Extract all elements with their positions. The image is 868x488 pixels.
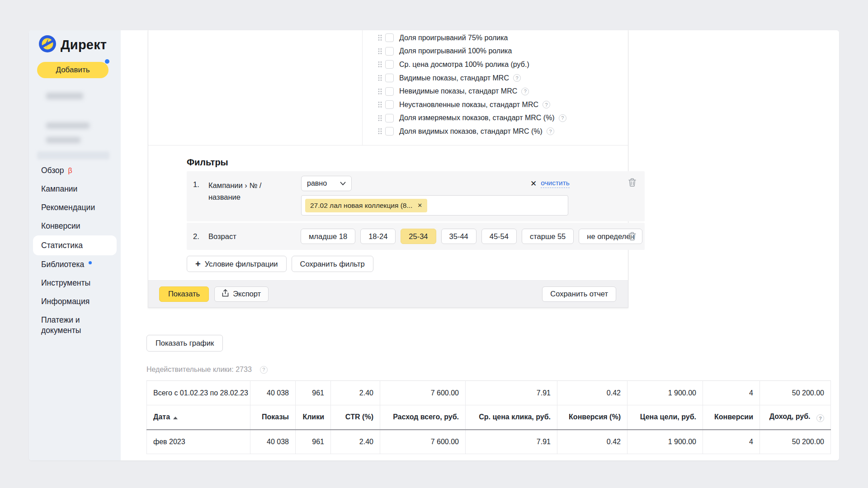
filters-title: Фильтры (187, 157, 228, 168)
filter-field-label: Кампании › № / название (208, 179, 280, 203)
totals-cost: 7 600.00 (380, 381, 466, 405)
column-header-clicks: Клики (296, 405, 331, 430)
help-icon[interactable] (513, 74, 521, 82)
filter-index: 2. (193, 223, 199, 250)
statistics-table: Всего с 01.02.23 по 28.02.23 40 038 961 … (146, 380, 831, 454)
export-button[interactable]: Экспорт (214, 286, 269, 302)
user-id-redacted (46, 122, 90, 129)
operator-value: равно (307, 179, 327, 188)
help-icon[interactable] (542, 101, 550, 108)
age-option-18-24[interactable]: 18-24 (360, 229, 396, 244)
sidebar-item-statistics[interactable]: Статистика (33, 235, 117, 255)
save-report-button[interactable]: Сохранить отчет (542, 286, 616, 302)
metric-row: Доля проигрываний 100% ролика (362, 45, 628, 58)
sidebar-item-recommendations[interactable]: Рекомендации (33, 198, 117, 217)
age-option-25-34[interactable]: 25-34 (401, 229, 436, 244)
chip-remove-icon[interactable]: ✕ (417, 202, 422, 209)
sidebar-menu: Обзор β Кампании Рекомендации Конверсии … (33, 161, 117, 345)
age-option-under18[interactable]: младше 18 (301, 229, 355, 244)
sidebar-item-overview[interactable]: Обзор β (33, 161, 117, 180)
table-totals-row: Всего с 01.02.23 по 28.02.23 40 038 961 … (147, 381, 831, 405)
sidebar-item-label: Обзор (41, 166, 64, 175)
drag-handle-icon[interactable] (378, 61, 382, 68)
save-filter-button[interactable]: Сохранить фильтр (292, 256, 373, 272)
totals-impressions: 40 038 (250, 381, 296, 405)
metric-label: Видимые показы, стандарт MRC (399, 74, 509, 82)
age-option-45-54[interactable]: 45-54 (481, 229, 517, 244)
drag-handle-icon[interactable] (378, 115, 382, 122)
table-header-row: Дата Показы Клики CTR (%) Расход всего, … (147, 405, 831, 430)
metric-label: Неустановленные показы, стандарт MRC (399, 101, 538, 109)
totals-clicks: 961 (296, 381, 331, 405)
metric-checkbox[interactable] (385, 60, 394, 69)
help-icon[interactable] (816, 414, 824, 422)
campaign-filter-input[interactable]: 27.02 лал новая коллекция (8... ✕ (301, 195, 568, 216)
sidebar-item-label: Конверсии (41, 221, 80, 231)
metric-row: Неустановленные показы, стандарт MRC (362, 98, 628, 112)
delete-filter-button[interactable] (628, 231, 637, 242)
column-header-date[interactable]: Дата (147, 405, 250, 430)
help-icon[interactable] (547, 127, 554, 135)
sidebar-item-label: Платежи и документы (41, 315, 108, 336)
column-header-conversions: Конверсии (703, 405, 760, 430)
metric-row: Доля проигрываний 75% ролика (362, 31, 628, 45)
age-option-35-44[interactable]: 35-44 (441, 229, 476, 244)
help-icon[interactable] (521, 88, 529, 95)
metric-row: Невидимые показы, стандарт MRC (362, 84, 628, 98)
metric-label: Невидимые показы, стандарт MRC (399, 87, 517, 95)
metric-checkbox[interactable] (385, 114, 394, 122)
show-chart-button[interactable]: Показать график (146, 335, 223, 352)
drag-handle-icon[interactable] (378, 101, 382, 108)
add-button[interactable]: Добавить (37, 62, 108, 78)
metric-checkbox[interactable] (385, 87, 394, 96)
operator-select[interactable]: равно (301, 176, 352, 191)
drag-handle-icon[interactable] (378, 75, 382, 81)
age-option-55plus[interactable]: старше 55 (522, 229, 574, 244)
clear-filter-link[interactable]: ✕ очистить (530, 179, 570, 188)
metric-checkbox[interactable] (385, 127, 394, 136)
drag-handle-icon[interactable] (378, 34, 382, 41)
sidebar-item-tools[interactable]: Инструменты (33, 274, 117, 292)
sidebar: Директ Добавить Обзор β Кампании Рекомен… (29, 30, 121, 460)
sidebar-item-conversions[interactable]: Конверсии (33, 217, 117, 235)
help-icon[interactable] (559, 114, 566, 122)
help-icon[interactable] (260, 366, 268, 374)
column-header-cost: Расход всего, руб. (380, 405, 466, 430)
drag-handle-icon[interactable] (378, 88, 382, 95)
direkt-logo-icon (39, 35, 56, 54)
library-notification-dot (89, 261, 92, 264)
drag-handle-icon[interactable] (378, 128, 382, 135)
column-header-label: Дата (153, 413, 170, 421)
metric-row: Ср. цена досмотра 100% ролика (руб.) (362, 58, 628, 71)
sidebar-item-information[interactable]: Информация (33, 292, 117, 311)
metric-checkbox[interactable] (385, 47, 394, 56)
report-settings-panel: Доля проигрываний 75% ролика Доля проигр… (148, 30, 628, 308)
metric-label: Ср. цена досмотра 100% ролика (руб.) (399, 61, 529, 69)
show-button[interactable]: Показать (159, 286, 209, 302)
page-card: Директ Добавить Обзор β Кампании Рекомен… (29, 30, 839, 460)
row-ctr: 2.40 (331, 430, 380, 454)
sidebar-item-payments-documents[interactable]: Платежи и документы (33, 311, 117, 345)
direkt-logo[interactable]: Директ (39, 35, 107, 54)
totals-conversions: 4 (703, 381, 760, 405)
metric-checkbox[interactable] (385, 100, 394, 109)
drag-handle-icon[interactable] (378, 48, 382, 55)
sidebar-item-library[interactable]: Библиотека (33, 255, 117, 274)
table-row: фев 2023 40 038 961 2.40 7 600.00 7.91 0… (147, 430, 831, 454)
totals-avg-cpc: 7.91 (466, 381, 557, 405)
column-header-goal-cost: Цена цели, руб. (627, 405, 703, 430)
add-condition-button[interactable]: + Условие фильтрации (187, 256, 287, 272)
metric-list: Доля проигрываний 75% ролика Доля проигр… (362, 31, 628, 138)
sidebar-item-campaigns[interactable]: Кампании (33, 180, 117, 198)
metric-checkbox[interactable] (385, 74, 394, 82)
column-header-impressions: Показы (250, 405, 296, 430)
columns-chooser-section: Доля проигрываний 75% ролика Доля проигр… (148, 30, 628, 145)
trash-icon (628, 235, 637, 242)
sidebar-item-label: Статистика (41, 241, 83, 250)
main-content: Доля проигрываний 75% ролика Доля проигр… (121, 30, 839, 460)
metric-checkbox[interactable] (385, 33, 394, 42)
delete-filter-button[interactable] (628, 178, 637, 188)
screen: Директ Добавить Обзор β Кампании Рекомен… (0, 0, 868, 488)
filter-row-campaign: 1. Кампании › № / название равно ✕ очист… (187, 171, 645, 221)
metric-row: Видимые показы, стандарт MRC (362, 71, 628, 85)
